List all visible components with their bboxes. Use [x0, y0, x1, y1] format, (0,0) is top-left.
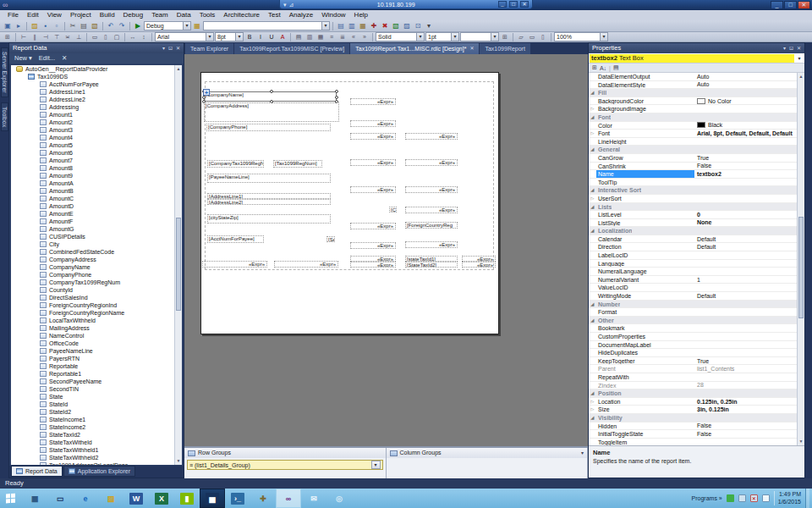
open-containing-folder-icon[interactable]: ▦ — [192, 21, 202, 30]
solution-explorer-icon[interactable]: ▤ — [336, 21, 346, 30]
snap-to-grid-icon[interactable]: ⊞ — [3, 33, 13, 41]
panel-tab-application-explorer[interactable]: Application Explorer — [63, 466, 135, 477]
chevron-down-icon[interactable]: ▾ — [451, 33, 458, 41]
tree-node-dataset[interactable]: Tax1099DS — [11, 73, 182, 80]
property-category-font[interactable]: ◢Font — [589, 113, 797, 122]
excel-icon[interactable]: X — [149, 489, 174, 508]
close-icon[interactable]: ✕ — [797, 43, 801, 53]
menu-edit[interactable]: Edit — [23, 10, 43, 20]
bold-icon[interactable]: B — [244, 33, 255, 41]
property-row-writingmode[interactable]: WritingModeDefault — [589, 292, 797, 301]
property-category-position[interactable]: ◢Position — [589, 389, 797, 398]
tree-field-acctnumforpayee[interactable]: AcctNumForPayee — [11, 80, 182, 88]
tree-field-tax1099addressorlegaldesc[interactable]: Tax1099AddressOrLegalDesc — [11, 461, 182, 465]
edit-button[interactable]: Edit... — [39, 53, 55, 64]
tree-field-directsalesind[interactable]: DirectSalesInd — [11, 294, 182, 301]
doc-tab-tax1099report-tax1099misc-preview-[interactable]: Tax1099Report.Tax1099MISC [Preview] — [234, 43, 349, 54]
property-row-location[interactable]: ▷Location0.125in, 0.25in — [589, 398, 797, 406]
designer-textbox-expr[interactable]: «Expr» — [405, 207, 458, 213]
rdp-close-button[interactable]: ✕ — [520, 1, 529, 8]
menu-architecture[interactable]: Architecture — [219, 10, 264, 20]
designer-textbox-expr[interactable]: «Expr» — [202, 261, 267, 268]
property-row-dataelementoutput[interactable]: DataElementOutputAuto — [589, 73, 797, 81]
property-row-dataelementstyle[interactable]: DataElementStyleAuto — [589, 81, 797, 90]
border-width-combo[interactable]: 1pt▾ — [425, 32, 459, 41]
designer-textbox-payeenameline[interactable]: [PayeeNameLine] — [207, 174, 331, 183]
designer-textbox-companyaddress[interactable]: [CompanyAddress] — [204, 102, 339, 122]
save-icon[interactable]: ▪ — [41, 21, 51, 30]
row-group-item[interactable]: ≡ (list1_Details_Group) ▾ — [187, 460, 383, 470]
network-icon[interactable] — [738, 494, 746, 502]
align-text-center-icon[interactable]: ▥ — [304, 33, 315, 41]
pin-icon[interactable]: ⊡ — [168, 43, 173, 53]
designer-textbox-expr[interactable]: «Expr» — [350, 120, 396, 127]
find-combo[interactable]: ▾ — [203, 21, 330, 30]
word-icon[interactable]: W — [123, 489, 149, 508]
decrease-indent-icon[interactable]: « — [348, 33, 359, 41]
selection-handle[interactable] — [202, 96, 206, 99]
border-style-combo[interactable]: Solid▾ — [376, 32, 425, 41]
menu-debug[interactable]: Debug — [119, 10, 148, 20]
redo-icon[interactable]: ↷ — [117, 21, 127, 30]
align-text-right-icon[interactable]: ▦ — [315, 33, 326, 41]
property-row-labellocid[interactable]: LabelLocID — [589, 251, 797, 260]
designer-textbox-expr[interactable]: «Expr» — [405, 186, 458, 193]
tree-field-addressline1[interactable]: AddressLine1 — [11, 88, 182, 96]
property-category-fill[interactable]: ◢Fill — [589, 89, 797, 97]
volume-muted-icon[interactable]: ✕ — [750, 494, 758, 502]
tree-field-amounte[interactable]: AmountE — [11, 210, 182, 218]
undo-icon[interactable]: ↶ — [106, 21, 116, 30]
rdp-minimize-button[interactable]: _ — [498, 1, 507, 8]
property-row-zindex[interactable]: ZIndex28 — [589, 382, 797, 390]
property-row-tooltip[interactable]: ToolTip — [589, 179, 797, 187]
property-category-visibility[interactable]: ◢Visibility — [589, 414, 797, 422]
print-icon[interactable]: ▭ — [527, 33, 537, 41]
designer-textbox-expr[interactable]: «Expr» — [350, 133, 396, 140]
tree-field-stateincome1[interactable]: StateIncome1 — [11, 416, 182, 423]
designer-textbox-expr[interactable]: «Expr» — [350, 262, 396, 268]
zoom-combo[interactable]: 100%▾ — [554, 32, 608, 41]
menu-file[interactable]: File — [3, 10, 23, 20]
restore-button[interactable]: □ — [784, 1, 797, 9]
dynamics-icon[interactable]: ▮ — [174, 489, 200, 508]
font-family-combo[interactable]: Arial▾ — [155, 32, 214, 41]
tree-node-provider[interactable]: AutoGen__ReportDataProvider — [11, 65, 182, 73]
scroll-up-icon[interactable]: ▲ — [175, 65, 182, 73]
tree-field-amount5[interactable]: Amount5 — [11, 141, 182, 149]
designer-textbox-companyphone[interactable]: [CompanyPhone] — [206, 124, 331, 131]
property-row-canshrink[interactable]: CanShrinkFalse — [589, 163, 797, 171]
pin-icon[interactable]: ▾ — [283, 1, 287, 8]
menu-window[interactable]: Window — [317, 10, 349, 20]
add-new-item-icon[interactable]: ▸ — [14, 21, 24, 30]
property-category-lists[interactable]: ◢Lists — [589, 203, 797, 212]
report-designer-icon[interactable]: ▅ — [200, 489, 225, 508]
designer-textbox-addressline2[interactable]: [AddressLine2] — [207, 199, 331, 205]
rdp-restore-button[interactable]: □ — [509, 1, 518, 8]
property-row-customproperties[interactable]: CustomProperties — [589, 333, 797, 341]
tree-field-foreigncountryregionind[interactable]: ForeignCountryRegionInd — [11, 301, 182, 309]
align-right-edges-icon[interactable]: ⊣ — [41, 33, 51, 41]
scroll-down-icon[interactable]: ▼ — [798, 438, 804, 445]
window-position-icon[interactable]: ▾ — [162, 43, 165, 53]
same-width-icon[interactable]: ▭ — [90, 33, 100, 41]
tree-field-foreigncountryregionname[interactable]: ForeignCountryRegionName — [11, 309, 182, 317]
menu-project[interactable]: Project — [66, 10, 96, 20]
property-row-hidden[interactable]: HiddenFalse — [589, 422, 797, 431]
tree-field-payersrtn[interactable]: PayersRTN — [11, 355, 182, 362]
tree-field-localtaxwithheld[interactable]: LocalTaxWithheld — [11, 317, 182, 324]
move-handle-icon[interactable]: + — [203, 89, 210, 96]
menu-team[interactable]: Team — [147, 10, 173, 20]
save-all-icon[interactable]: ▫ — [52, 21, 62, 30]
chevron-down-icon[interactable]: ▾ — [600, 33, 607, 41]
align-left-edges-icon[interactable]: ⊢ — [19, 33, 29, 41]
tree-field-amountg[interactable]: AmountG — [11, 225, 182, 233]
designer-textbox-se[interactable]: [Se — [326, 236, 335, 242]
powershell-icon[interactable]: ›_ — [225, 489, 250, 508]
align-centers-icon[interactable]: ∥ — [30, 33, 40, 41]
alphabetical-icon[interactable]: A↓ — [600, 65, 606, 71]
tree-field-statetaxid2[interactable]: StateTaxId2 — [11, 431, 182, 439]
menu-test[interactable]: Test — [264, 10, 285, 20]
new-project-icon[interactable]: ▣ — [3, 21, 13, 30]
delete-button[interactable]: ✕ — [62, 53, 67, 64]
same-size-icon[interactable]: ▢ — [112, 33, 122, 41]
